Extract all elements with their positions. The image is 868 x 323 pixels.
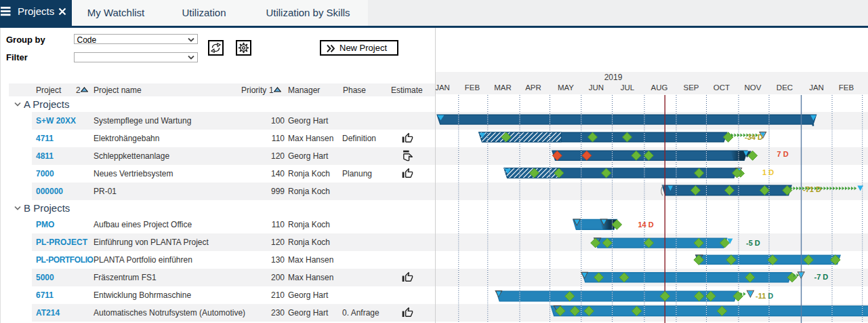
- svg-text:14 D: 14 D: [638, 221, 654, 229]
- svg-text:-34 D: -34 D: [745, 133, 763, 141]
- svg-text:-71 D: -71 D: [803, 185, 821, 193]
- svg-text:7 D: 7 D: [777, 150, 789, 158]
- svg-text:-11 D: -11 D: [756, 292, 773, 300]
- svg-text:-5 D: -5 D: [746, 239, 760, 247]
- svg-text:1 D: 1 D: [762, 168, 774, 176]
- svg-text:-7 D: -7 D: [814, 273, 829, 281]
